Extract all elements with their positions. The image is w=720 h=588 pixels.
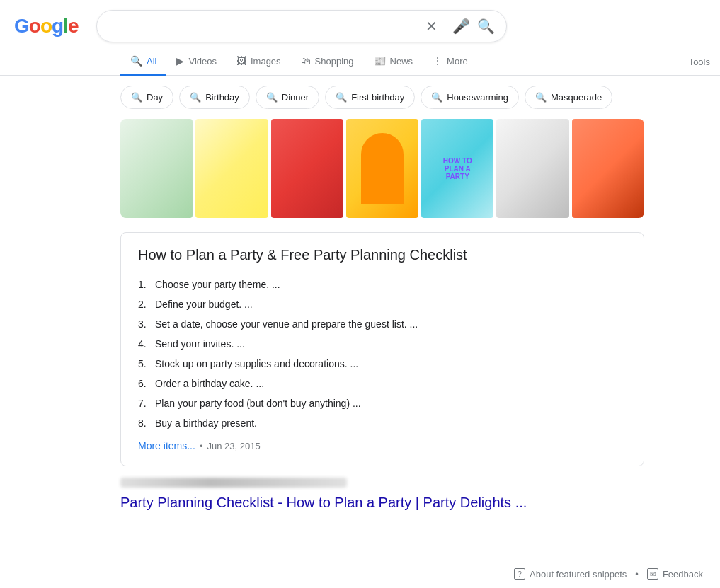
tab-news[interactable]: 📰 News xyxy=(364,48,423,76)
search-input[interactable]: how to plan a party xyxy=(108,20,420,33)
image-5-text: HOW TOPLAN APARTY xyxy=(443,157,472,180)
list-item: 3.Set a date, choose your venue and prep… xyxy=(138,314,627,334)
result-url-blurred xyxy=(120,478,347,488)
chip-housewarming[interactable]: 🔍 Housewarming xyxy=(421,86,519,109)
person-figure xyxy=(361,133,404,204)
result-title[interactable]: Party Planning Checklist - How to Plan a… xyxy=(120,495,527,510)
tab-shopping[interactable]: 🛍 Shopping xyxy=(291,48,364,76)
image-7[interactable] xyxy=(572,119,644,218)
chip-birthday-label: Birthday xyxy=(205,92,239,103)
image-3[interactable] xyxy=(271,119,343,218)
feedback-icon: ✉ xyxy=(647,568,658,580)
snippet-list: 1.Choose your party theme. ... 2.Define … xyxy=(138,275,627,433)
google-logo[interactable]: Google xyxy=(14,15,78,38)
featured-snippet: How to Plan a Party & Free Party Plannin… xyxy=(120,232,644,466)
videos-icon: ▶ xyxy=(176,55,184,67)
filter-chips: 🔍 Day 🔍 Birthday 🔍 Dinner 🔍 First birthd… xyxy=(0,76,720,119)
snippet-meta: More items... • Jun 23, 2015 xyxy=(138,440,627,451)
chip-dinner-label: Dinner xyxy=(282,92,309,103)
list-item: 6.Order a birthday cake. ... xyxy=(138,374,627,393)
feedback-label: Feedback xyxy=(663,569,703,580)
chip-first-birthday[interactable]: 🔍 First birthday xyxy=(325,86,415,109)
more-items-link[interactable]: More items... xyxy=(138,440,195,451)
footer-bullet: • xyxy=(635,569,639,580)
chip-masquerade-label: Masquerade xyxy=(551,92,602,103)
header: Google how to plan a party ✕ 🎤 🔍 xyxy=(0,0,720,42)
chip-housewarming-label: Housewarming xyxy=(447,92,508,103)
news-icon: 📰 xyxy=(374,55,386,67)
image-4[interactable] xyxy=(346,119,418,218)
list-item: 2.Define your budget. ... xyxy=(138,294,627,314)
list-item: 1.Choose your party theme. ... xyxy=(138,275,627,294)
tab-more-label: More xyxy=(447,56,468,67)
chip-birthday[interactable]: 🔍 Birthday xyxy=(179,86,250,109)
image-strip[interactable]: HOW TOPLAN APARTY xyxy=(120,119,644,218)
search-icons: ✕ 🎤 🔍 xyxy=(425,18,495,35)
chip-masquerade[interactable]: 🔍 Masquerade xyxy=(525,86,612,109)
tab-shopping-label: Shopping xyxy=(315,56,354,67)
list-item: 5.Stock up on party supplies and decorat… xyxy=(138,354,627,374)
chip-dinner[interactable]: 🔍 Dinner xyxy=(256,86,319,109)
chip-first-birthday-label: First birthday xyxy=(351,92,404,103)
about-snippets-icon: ? xyxy=(514,568,525,580)
tab-images[interactable]: 🖼 Images xyxy=(227,48,291,76)
chip-masquerade-icon: 🔍 xyxy=(535,92,547,103)
tab-images-label: Images xyxy=(251,56,281,67)
search-icon[interactable]: 🔍 xyxy=(477,18,495,35)
tab-news-label: News xyxy=(390,56,413,67)
snippet-date: Jun 23, 2015 xyxy=(207,441,260,451)
tools-button[interactable]: Tools xyxy=(679,50,720,74)
second-result: Party Planning Checklist - How to Plan a… xyxy=(120,478,644,512)
about-snippets-label: About featured snippets xyxy=(530,569,627,580)
chip-birthday-icon: 🔍 xyxy=(190,92,201,103)
list-item: 7.Plan your party food (but don't buy an… xyxy=(138,393,627,413)
snippet-title[interactable]: How to Plan a Party & Free Party Plannin… xyxy=(138,247,627,263)
chip-housewarming-icon: 🔍 xyxy=(431,92,442,103)
clear-icon[interactable]: ✕ xyxy=(425,18,438,35)
microphone-icon[interactable]: 🎤 xyxy=(452,18,470,35)
image-6[interactable] xyxy=(496,119,568,218)
chip-first-birthday-icon: 🔍 xyxy=(336,92,347,103)
main-content: HOW TOPLAN APARTY How to Plan a Party & … xyxy=(0,119,637,512)
feedback-item[interactable]: ✉ Feedback xyxy=(647,568,703,580)
image-5[interactable]: HOW TOPLAN APARTY xyxy=(421,119,493,218)
about-snippets-item[interactable]: ? About featured snippets xyxy=(514,568,627,580)
tab-all-label: All xyxy=(147,56,156,67)
list-item: 4.Send your invites. ... xyxy=(138,334,627,354)
chip-dinner-icon: 🔍 xyxy=(266,92,278,103)
chip-day[interactable]: 🔍 Day xyxy=(120,86,173,109)
tab-videos-label: Videos xyxy=(188,56,217,67)
footer: ? About featured snippets • ✉ Feedback xyxy=(0,560,720,588)
tab-all[interactable]: 🔍 All xyxy=(120,48,166,76)
nav-tabs: 🔍 All ▶ Videos 🖼 Images 🛍 Shopping 📰 New… xyxy=(0,42,720,76)
chip-day-label: Day xyxy=(147,92,163,103)
tab-more[interactable]: ⋮ More xyxy=(423,48,478,76)
images-icon: 🖼 xyxy=(236,55,246,67)
more-icon: ⋮ xyxy=(433,55,442,67)
tab-videos[interactable]: ▶ Videos xyxy=(166,48,227,76)
image-2[interactable] xyxy=(195,119,268,218)
chip-day-icon: 🔍 xyxy=(131,92,142,103)
shopping-icon: 🛍 xyxy=(301,55,311,67)
search-bar[interactable]: how to plan a party ✕ 🎤 🔍 xyxy=(96,10,507,42)
image-1[interactable] xyxy=(120,119,193,218)
list-item: 8.Buy a birthday present. xyxy=(138,413,627,433)
divider xyxy=(445,18,445,35)
all-icon: 🔍 xyxy=(130,55,142,67)
